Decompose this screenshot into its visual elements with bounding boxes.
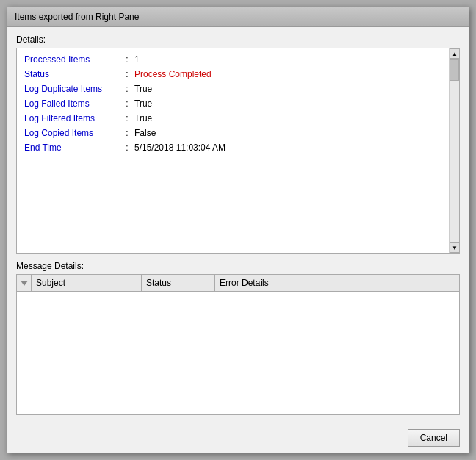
title-bar: Items exported from Right Pane xyxy=(7,7,469,27)
detail-value: True xyxy=(134,84,152,94)
detail-label: Log Failed Items xyxy=(24,98,120,109)
detail-label: Log Copied Items xyxy=(24,128,120,138)
details-panel: Processed Items:1Status:Process Complete… xyxy=(16,48,460,254)
table-header-status[interactable]: Status xyxy=(142,275,215,291)
detail-colon: : xyxy=(120,84,134,94)
detail-value: 5/15/2018 11:03:04 AM xyxy=(134,143,226,153)
detail-row: Log Failed Items:True xyxy=(24,98,441,109)
detail-row: Status:Process Completed xyxy=(24,69,441,79)
detail-row: Log Duplicate Items:True xyxy=(24,84,441,94)
detail-label: End Time xyxy=(24,143,120,153)
detail-value: 1 xyxy=(134,54,140,65)
detail-row: Log Copied Items:False xyxy=(24,128,441,138)
detail-colon: : xyxy=(120,98,134,109)
scrollbar[interactable]: ▲ ▼ xyxy=(449,48,459,253)
table-container: SubjectStatusError Details xyxy=(16,274,460,415)
detail-label: Status xyxy=(24,69,120,79)
dialog-footer: Cancel xyxy=(7,423,469,453)
sort-icon-cell[interactable] xyxy=(17,275,32,291)
scroll-down-button[interactable]: ▼ xyxy=(450,242,460,253)
detail-row: End Time:5/15/2018 11:03:04 AM xyxy=(24,143,441,153)
detail-colon: : xyxy=(120,54,134,65)
scroll-thumb[interactable] xyxy=(450,59,459,81)
scroll-track xyxy=(450,59,459,242)
cancel-button[interactable]: Cancel xyxy=(408,429,460,447)
dialog-title: Items exported from Right Pane xyxy=(15,12,139,22)
table-header-error-details[interactable]: Error Details xyxy=(215,275,459,291)
detail-value: True xyxy=(134,98,152,109)
detail-label: Processed Items xyxy=(24,54,120,65)
detail-colon: : xyxy=(120,69,134,79)
detail-value: True xyxy=(134,113,152,123)
table-header-subject[interactable]: Subject xyxy=(32,275,142,291)
table-header: SubjectStatusError Details xyxy=(17,275,459,292)
detail-colon: : xyxy=(120,143,134,153)
detail-colon: : xyxy=(120,128,134,138)
detail-value: False xyxy=(134,128,156,138)
main-dialog: Items exported from Right Pane Details: … xyxy=(7,7,469,453)
detail-colon: : xyxy=(120,113,134,123)
sort-icon xyxy=(21,281,28,286)
detail-row: Processed Items:1 xyxy=(24,54,441,65)
dialog-body: Details: Processed Items:1Status:Process… xyxy=(7,27,469,423)
details-label: Details: xyxy=(16,35,460,45)
detail-label: Log Filtered Items xyxy=(24,113,120,123)
scroll-up-button[interactable]: ▲ xyxy=(450,48,460,59)
detail-label: Log Duplicate Items xyxy=(24,84,120,94)
message-details-label: Message Details: xyxy=(16,261,460,271)
detail-value: Process Completed xyxy=(134,69,212,79)
message-details-section: Message Details: SubjectStatusError Deta… xyxy=(16,261,460,415)
detail-row: Log Filtered Items:True xyxy=(24,113,441,123)
details-section: Details: Processed Items:1Status:Process… xyxy=(16,35,460,254)
table-body xyxy=(17,292,459,412)
details-scroll-area: Processed Items:1Status:Process Complete… xyxy=(17,48,449,253)
